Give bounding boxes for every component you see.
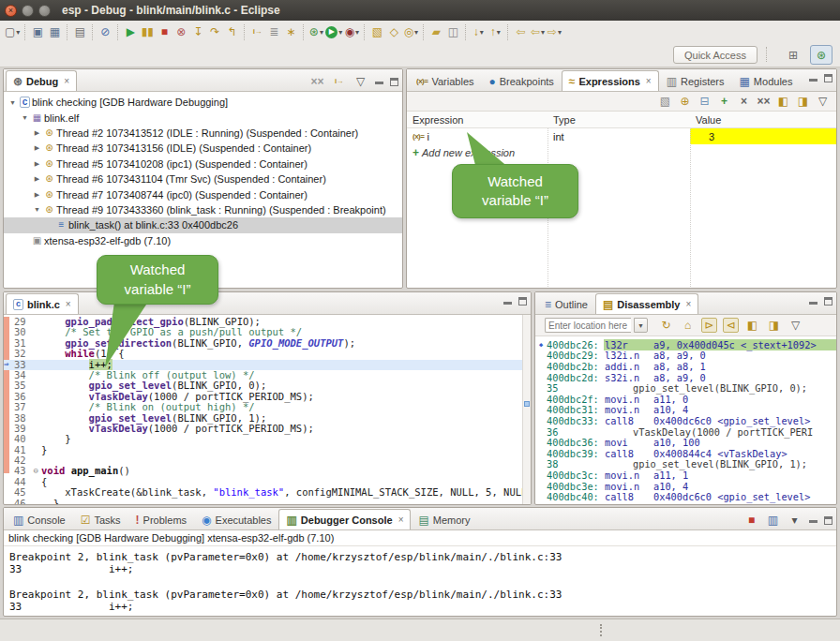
minimize-view-icon[interactable]	[375, 82, 383, 84]
show-source-button[interactable]: ≣	[265, 23, 282, 40]
column-header-expression[interactable]: Expression	[407, 114, 548, 126]
maximize-view-icon[interactable]	[390, 78, 398, 86]
disassembly-line[interactable]: 400dbc2b:addi.na8, a8, 1	[535, 361, 836, 372]
debug-tree-item[interactable]: ▼cblink checking [GDB Hardware Debugging…	[4, 95, 402, 110]
resume-button[interactable]: ▶	[122, 23, 139, 40]
minimize-view-icon[interactable]	[503, 302, 512, 305]
overview-ruler[interactable]	[522, 315, 531, 505]
dropdown-arrow-icon[interactable]: ▾	[320, 28, 323, 37]
instruction-stepping-mode-button[interactable]: i→	[331, 74, 347, 89]
code-line[interactable]: 40 }	[4, 434, 531, 444]
tab-console[interactable]: ▥Console	[6, 509, 73, 529]
disassembly-line[interactable]: 35gpio_set_level(BLINK_GPIO, 0);	[535, 382, 836, 394]
dropdown-arrow-icon[interactable]: ▾	[480, 28, 484, 37]
previous-annotation-button[interactable]: ↑▾	[487, 23, 503, 40]
disassembly-line[interactable]: 400dbc39:call80x400844c4 <vTaskDelay>	[535, 448, 836, 459]
disassembly-line[interactable]: 38gpio_set_level(BLINK_GPIO, 1);	[535, 459, 836, 470]
follow-execution-button[interactable]: ⊳	[701, 318, 717, 333]
tab-expressions[interactable]: ≈Expressions×	[562, 70, 659, 91]
remove-selected-expressions-button[interactable]: ×	[736, 94, 752, 109]
dropdown-arrow-icon[interactable]: ▾	[497, 28, 501, 37]
disassembly-line[interactable]: 400dbc2d:s32i.na8, a9, 0	[535, 372, 836, 383]
disassembly-line[interactable]: 36vTaskDelay(1000 / portTICK_PERI	[535, 426, 836, 438]
code-line[interactable]: 45 xTaskCreate(&blink_task, "blink_task"…	[4, 487, 531, 498]
code-editor[interactable]: 29 gpio_pad_select_gpio(BLINK_GPIO);30 /…	[4, 315, 531, 505]
disassembly-line[interactable]: 400dbc3e:movi.na10, 4	[535, 481, 836, 492]
dropdown-arrow-icon[interactable]: ▾	[414, 28, 418, 37]
refresh-button[interactable]: ↻	[658, 318, 674, 333]
close-tab-icon[interactable]: ×	[398, 514, 404, 525]
disassembly-line[interactable]: 400dbc29:l32i.na8, a9, 0	[535, 350, 836, 362]
column-header-value[interactable]: Value	[690, 114, 836, 126]
save-all-button[interactable]: ▦	[46, 23, 63, 40]
maximize-view-icon[interactable]	[824, 516, 832, 525]
detail-pane-button[interactable]: ◨	[795, 94, 811, 109]
skip-all-breakpoints-button[interactable]: ⊘	[97, 23, 113, 40]
dropdown-arrow-icon[interactable]: ▾	[355, 28, 359, 37]
tab-executables[interactable]: ◉Executables	[194, 509, 278, 529]
tab-registers[interactable]: ▥Registers	[659, 70, 732, 91]
expander-icon[interactable]: ▶	[32, 191, 42, 199]
maximize-view-icon[interactable]	[824, 74, 832, 82]
minimize-view-icon[interactable]	[809, 302, 818, 305]
debug-tree-item[interactable]: ▶⊛Thread #3 1073413156 (IDLE) (Suspended…	[4, 141, 402, 156]
drag-handle-icon[interactable]	[600, 624, 602, 636]
tab-memory[interactable]: ▤Memory	[411, 509, 477, 529]
expander-icon[interactable]: ▼	[32, 206, 42, 213]
print-button[interactable]: ▤	[71, 23, 88, 40]
fold-marker-icon[interactable]: ⊖	[34, 466, 38, 476]
minimize-view-icon[interactable]	[809, 79, 818, 82]
code-line[interactable]: 43⊖void app_main()	[4, 466, 531, 476]
close-tab-icon[interactable]: ×	[685, 299, 691, 309]
view-menu-button[interactable]: ▽	[788, 318, 803, 333]
tab-outline[interactable]: ≡Outline	[537, 293, 595, 314]
line-number[interactable]: 37	[4, 402, 41, 412]
expander-icon[interactable]: ▼	[20, 114, 30, 121]
collapse-all-button[interactable]: ⊟	[697, 94, 712, 109]
step-return-button[interactable]: ↰	[223, 23, 240, 40]
view-menu-button[interactable]: ▽	[815, 94, 831, 109]
next-annotation-button[interactable]: ↓▾	[470, 23, 487, 40]
column-divider[interactable]	[690, 128, 691, 289]
new-wizard-button[interactable]: ▢▾	[4, 23, 21, 40]
quick-access-button[interactable]: Quick Access	[673, 46, 758, 64]
expander-icon[interactable]: ▶	[32, 175, 42, 183]
add-expression-row[interactable]: +Add new expression	[407, 144, 836, 160]
line-number[interactable]: 46	[4, 499, 41, 505]
pin-view-button[interactable]: ◨	[766, 318, 782, 333]
debug-tree-item[interactable]: ▶⊛Thread #5 1073410208 (ipc1) (Suspended…	[4, 157, 402, 171]
coverage-button[interactable]: ◉▾	[343, 23, 360, 40]
maximize-view-icon[interactable]	[518, 297, 527, 306]
instruction-stepping-button[interactable]: i→	[248, 23, 265, 40]
show-type-names-button[interactable]: ▧	[657, 94, 673, 109]
close-tab-icon[interactable]: ×	[66, 299, 71, 309]
disassembly-line[interactable]: 400dbc36:movia10, 100	[535, 437, 836, 448]
dropdown-arrow-icon[interactable]: ▾	[16, 28, 20, 37]
line-number[interactable]: 32	[4, 349, 41, 359]
debug-tree-item[interactable]: ≡blink_task() at blink.c:33 0x400dbc26	[4, 217, 402, 232]
use-step-filters-button[interactable]: ∗	[282, 23, 299, 40]
expander-icon[interactable]: ▶	[32, 129, 42, 137]
expression-row[interactable]: (x)=iint3	[407, 128, 836, 144]
pin-editor-button[interactable]: ◫	[444, 23, 461, 40]
tab-variables[interactable]: (x)=Variables	[409, 70, 482, 91]
terminate-console-button[interactable]: ■	[743, 513, 759, 528]
remove-all-terminated-button[interactable]: ××	[309, 74, 325, 89]
window-close-icon[interactable]: ×	[5, 5, 17, 17]
column-header-type[interactable]: Type	[548, 114, 690, 126]
tab-debugger-console[interactable]: ▥Debugger Console×	[278, 509, 411, 529]
new-project-button[interactable]: ▧	[368, 23, 385, 40]
disassembly-line[interactable]: ◆400dbc26:l32ra9, 0x400d045c <_stext+109…	[535, 339, 836, 350]
expander-icon[interactable]: ▶	[32, 160, 42, 168]
add-expression-cell[interactable]: +Add new expression	[407, 144, 548, 160]
tab-blink-c[interactable]: cblink.c×	[6, 293, 79, 314]
disassembly-line[interactable]: 400dbc31:movi.na10, 4	[535, 405, 836, 416]
debug-tree-item[interactable]: ▶⊛Thread #2 1073413512 (IDLE : Running) …	[4, 126, 402, 141]
debug-perspective-button[interactable]: ⊛	[810, 45, 832, 65]
last-edit-location-button[interactable]: ⇦	[512, 23, 529, 40]
disassembly-line[interactable]: 400dbc3c:movi.na11, 1	[535, 470, 836, 481]
line-number[interactable]: 45	[4, 487, 41, 498]
tab-breakpoints[interactable]: ●Breakpoints	[482, 70, 562, 91]
dropdown-arrow-icon[interactable]: ▾	[558, 28, 562, 37]
tab-disassembly[interactable]: ▤Disassembly×	[595, 293, 698, 314]
